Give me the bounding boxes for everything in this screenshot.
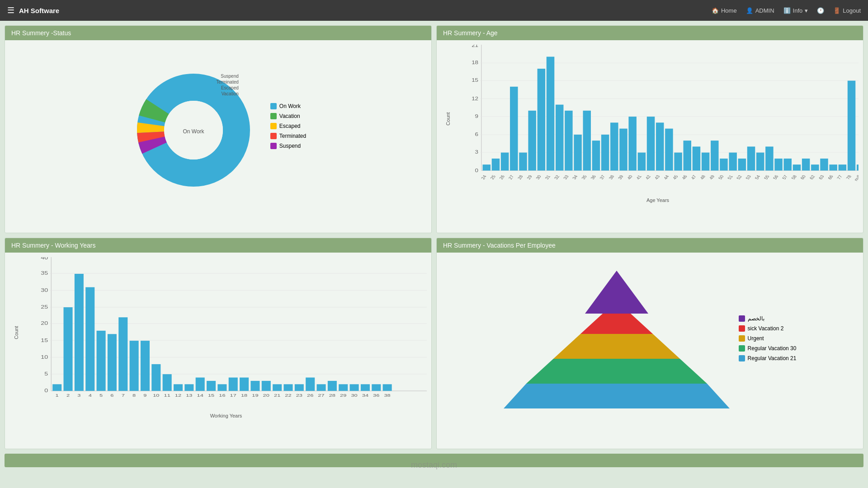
svg-marker-187 [504, 384, 730, 408]
svg-text:7: 7 [122, 393, 125, 398]
vacations-card-header: HR Summery - Vacations Per Employee [437, 238, 863, 253]
svg-text:1: 1 [56, 393, 59, 398]
legend-color-on-work [270, 103, 277, 109]
svg-text:19: 19 [252, 393, 258, 398]
legend-terminated: Terminated [270, 133, 306, 139]
age-title: HR Summery - Age [443, 29, 498, 37]
working-years-card-body: Count 0 5 10 15 20 25 30 [5, 253, 431, 432]
svg-rect-97 [820, 159, 828, 171]
age-x-label: Age Years [457, 197, 859, 203]
svg-text:12: 12 [472, 96, 478, 101]
svg-rect-91 [793, 164, 801, 170]
svg-text:27: 27 [507, 174, 515, 180]
svg-rect-139 [130, 341, 139, 391]
svg-rect-163 [262, 381, 271, 391]
svg-rect-147 [174, 385, 183, 391]
svg-rect-177 [339, 385, 348, 391]
svg-rect-43 [574, 135, 581, 171]
menu-icon[interactable]: ☰ [7, 5, 14, 15]
svg-rect-67 [684, 141, 691, 170]
working-years-title: HR Summery - Working Years [11, 242, 95, 249]
legend-regular21: Regular Vacation 21 [739, 355, 797, 361]
svg-text:5: 5 [99, 393, 103, 398]
svg-text:36: 36 [373, 393, 379, 398]
home-icon: 🏠 [712, 7, 719, 14]
clock-nav[interactable]: 🕐 [817, 7, 824, 14]
legend-suspend: Suspend [270, 143, 306, 149]
svg-text:63: 63 [817, 174, 825, 180]
svg-text:18: 18 [472, 60, 478, 66]
svg-rect-65 [674, 153, 682, 171]
info-nav[interactable]: ℹ️ Info ▾ [783, 7, 808, 14]
svg-text:10: 10 [153, 393, 159, 398]
svg-rect-101 [839, 164, 846, 170]
svg-rect-71 [702, 153, 709, 171]
svg-rect-185 [383, 385, 392, 391]
info-label: Info [793, 7, 803, 14]
svg-text:15: 15 [472, 78, 478, 83]
svg-rect-89 [784, 159, 792, 171]
svg-rect-125 [52, 385, 61, 391]
age-card: HR Summery - Age Count 0 3 6 9 [436, 25, 863, 233]
svg-text:48: 48 [699, 174, 707, 180]
svg-rect-149 [184, 385, 193, 391]
svg-text:42: 42 [644, 174, 652, 180]
svg-rect-179 [350, 385, 359, 391]
svg-text:27: 27 [318, 393, 324, 398]
svg-rect-143 [151, 364, 160, 391]
svg-rect-37 [547, 57, 554, 171]
legend-escaped: Escaped [270, 123, 306, 129]
svg-rect-105 [857, 164, 859, 170]
svg-text:47: 47 [690, 174, 698, 180]
svg-text:78: 78 [845, 174, 853, 180]
svg-text:On Work: On Work [183, 128, 204, 135]
svg-rect-151 [196, 378, 205, 391]
legend-color-terminated [270, 133, 277, 139]
svg-rect-155 [217, 385, 226, 391]
legend-color-vacation [270, 113, 277, 119]
svg-text:15: 15 [208, 393, 214, 398]
svg-rect-51 [610, 122, 618, 170]
home-nav[interactable]: 🏠 Home [712, 7, 737, 14]
svg-text:35: 35 [41, 270, 48, 276]
logout-icon: 🚪 [833, 7, 840, 14]
svg-text:5: 5 [44, 371, 48, 377]
svg-rect-173 [317, 385, 326, 391]
svg-rect-79 [738, 159, 746, 171]
header-left: ☰ AH Software [7, 5, 59, 15]
svg-text:53: 53 [745, 174, 752, 180]
svg-rect-141 [141, 341, 150, 391]
svg-rect-129 [75, 274, 84, 391]
svg-rect-31 [519, 153, 527, 171]
working-years-card: HR Summery - Working Years Count 0 5 10 … [5, 238, 432, 449]
logout-nav[interactable]: 🚪 Logout [833, 7, 861, 14]
svg-text:17: 17 [230, 393, 236, 398]
svg-rect-41 [565, 111, 572, 171]
svg-rect-77 [729, 153, 736, 171]
legend-urgent: Urgent [739, 335, 797, 342]
svg-rect-103 [848, 81, 855, 171]
status-title: HR Summery -Status [11, 29, 71, 37]
svg-text:77: 77 [836, 174, 844, 180]
svg-rect-25 [492, 159, 500, 171]
header: ☰ AH Software 🏠 Home 👤 ADMIN ℹ️ Info ▾ 🕐… [0, 0, 868, 21]
svg-rect-181 [361, 385, 370, 391]
svg-text:9: 9 [143, 393, 146, 398]
admin-nav[interactable]: 👤 ADMIN [746, 7, 774, 14]
age-card-body: Count 0 3 6 9 12 15 [437, 40, 863, 216]
svg-marker-189 [553, 334, 680, 359]
svg-text:37: 37 [599, 174, 606, 180]
wy-y-label: Count [14, 326, 19, 339]
svg-rect-47 [592, 141, 600, 170]
status-card-body: Suspend Terminated Escaped Vacation [5, 40, 431, 212]
svg-text:22: 22 [285, 393, 291, 398]
svg-rect-55 [628, 117, 636, 170]
svg-text:30: 30 [41, 287, 48, 293]
svg-text:39: 39 [617, 174, 624, 180]
legend-regular30: Regular Vacation 30 [739, 345, 797, 352]
svg-text:28: 28 [516, 174, 524, 180]
svg-text:14: 14 [197, 393, 204, 398]
pyramid-svg [504, 268, 730, 408]
svg-text:49: 49 [708, 174, 716, 180]
clock-icon: 🕐 [817, 7, 824, 14]
